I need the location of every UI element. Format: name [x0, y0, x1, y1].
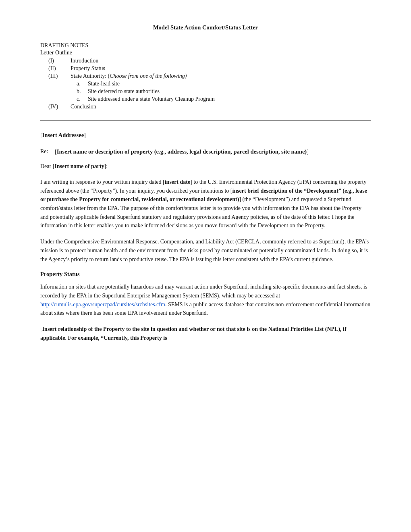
- re-bold: Insert name or description of property (…: [57, 148, 307, 155]
- sub-letter-c: c.: [77, 96, 88, 102]
- outline-item-iii: (III) State Authority: (Choose from one …: [48, 73, 371, 79]
- outline-list: (I) Introduction (II) Property Status (I…: [40, 58, 371, 110]
- numeral-iii: (III): [48, 73, 71, 79]
- sub-item-b: b. Site deferred to state authorities: [48, 88, 371, 95]
- re-text: [Insert name or description of property …: [55, 148, 309, 155]
- divider: [40, 120, 371, 121]
- sub-item-a: a. State-lead site: [48, 81, 371, 87]
- addressee-text: [Insert Addressee]: [40, 132, 86, 138]
- sub-items-container: a. State-lead site b. Site deferred to s…: [48, 81, 371, 102]
- drafting-notes: DRAFTING NOTES Letter Outline (I) Introd…: [40, 42, 371, 110]
- text-conclusion: Conclusion: [71, 104, 96, 110]
- sub-item-c: c. Site addressed under a state Voluntar…: [48, 96, 371, 102]
- addressee-section: [Insert Addressee]: [40, 132, 371, 139]
- sub-text-a: State-lead site: [88, 81, 120, 87]
- outline-item-i: (I) Introduction: [48, 58, 371, 64]
- dear-name-bold: Insert name of party: [54, 163, 104, 169]
- re-section: Re: [Insert name or description of prope…: [40, 148, 371, 155]
- sub-letter-b: b.: [77, 88, 88, 95]
- sub-letter-a: a.: [77, 81, 88, 87]
- text-state-authority: State Authority: (Choose from one of the…: [71, 73, 187, 79]
- letter-outline-label: Letter Outline: [40, 50, 371, 56]
- insert-date: insert date: [165, 179, 190, 185]
- dear-text: Dear [Insert name of party]:: [40, 163, 108, 169]
- numeral-i: (I): [48, 58, 71, 64]
- re-label: Re:: [40, 148, 52, 155]
- sub-text-b: Site deferred to state authorities: [88, 88, 160, 95]
- final-bracket-bold: Insert relationship of the Property to t…: [40, 326, 347, 341]
- dear-section: Dear [Insert name of party]:: [40, 163, 371, 170]
- outline-item-ii: (II) Property Status: [48, 65, 371, 72]
- document-title: Model State Action Comfort/Status Letter: [153, 24, 258, 31]
- sub-text-c: Site addressed under a state Voluntary C…: [88, 96, 215, 102]
- insert-development-desc: insert brief description of the “Develop…: [40, 188, 367, 203]
- outline-item-iv: (IV) Conclusion: [48, 104, 371, 110]
- body-paragraph-2: Under the Comprehensive Environmental Re…: [40, 237, 371, 264]
- text-property-status: Property Status: [71, 65, 105, 72]
- property-status-paragraph-1: Information on sites that are potentiall…: [40, 283, 371, 318]
- text-introduction: Introduction: [71, 58, 98, 64]
- final-bracket-paragraph: [Insert relationship of the Property to …: [40, 325, 371, 342]
- sub-list: a. State-lead site b. Site deferred to s…: [48, 81, 371, 102]
- page: Model State Action Comfort/Status Letter…: [0, 0, 411, 532]
- title-block: Model State Action Comfort/Status Letter: [40, 24, 371, 31]
- property-status-heading: Property Status: [40, 271, 371, 278]
- numeral-iv: (IV): [48, 104, 71, 110]
- drafting-label: DRAFTING NOTES: [40, 42, 371, 49]
- addressee-bold: Insert Addressee: [42, 132, 84, 138]
- numeral-ii: (II): [48, 65, 71, 72]
- sems-link[interactable]: http://cumulis.epa.gov/supercpad/cursite…: [40, 301, 165, 308]
- body-paragraph-1: I am writing in response to your written…: [40, 178, 371, 230]
